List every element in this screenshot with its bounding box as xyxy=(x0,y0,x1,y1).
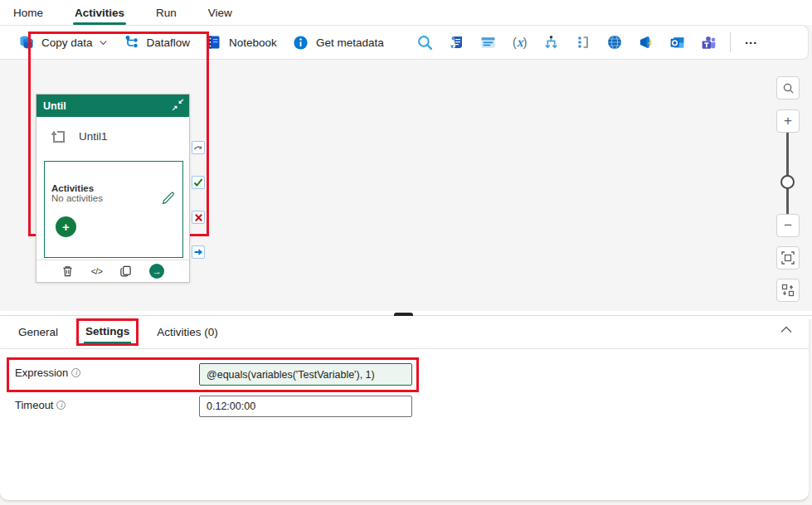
edit-activities-icon[interactable] xyxy=(161,192,175,206)
office365-outlook-button[interactable] xyxy=(665,31,690,54)
plus-icon: + xyxy=(62,220,70,234)
tab-general[interactable]: General xyxy=(17,323,60,342)
canvas-search-button[interactable] xyxy=(776,76,800,100)
auto-align-button[interactable] xyxy=(776,279,800,302)
script-icon xyxy=(449,34,465,51)
set-variable-button[interactable]: (x) xyxy=(508,31,532,54)
timeout-input[interactable] xyxy=(199,396,412,417)
port-on-completion[interactable] xyxy=(192,245,205,259)
x-icon xyxy=(194,213,203,222)
search-icon xyxy=(782,82,795,95)
timeout-label: Timeout xyxy=(15,399,53,411)
notebook-button[interactable]: Notebook xyxy=(197,29,284,56)
arrow-right-icon: → xyxy=(153,266,162,276)
expression-label: Expression xyxy=(15,367,68,379)
port-on-skip[interactable] xyxy=(192,141,205,154)
lookup-icon xyxy=(416,34,434,51)
zoom-slider-handle[interactable] xyxy=(780,175,795,189)
foreach-icon xyxy=(575,34,591,51)
tab-activities[interactable]: Activities (0) xyxy=(155,323,220,342)
until-activity-card[interactable]: Until ↙ ↗ Until1 Activities No activitie… xyxy=(36,94,190,283)
menu-item-view[interactable]: View xyxy=(207,3,234,22)
view-code-icon[interactable]: </> xyxy=(91,266,103,276)
set-variable-icon: (x) xyxy=(513,36,527,49)
switch-button[interactable] xyxy=(539,31,564,54)
toolbar-divider xyxy=(730,32,731,52)
lookup-button[interactable] xyxy=(413,31,438,54)
arrow-right-icon xyxy=(193,247,203,257)
fit-to-screen-icon xyxy=(781,251,795,265)
skip-arrow-icon xyxy=(193,143,203,153)
until-loop-icon xyxy=(48,126,68,146)
get-metadata-button[interactable]: Get metadata xyxy=(284,29,391,56)
fit-to-screen-button[interactable] xyxy=(776,246,800,269)
delete-activity-icon[interactable] xyxy=(61,265,74,278)
web-button[interactable] xyxy=(602,31,627,54)
menu-item-activities[interactable]: Activities xyxy=(73,3,126,22)
zoom-in-button[interactable]: + xyxy=(776,109,800,133)
more-commands-icon: ... xyxy=(745,36,758,50)
stored-procedure-icon xyxy=(479,34,497,51)
plus-icon: + xyxy=(784,113,792,129)
until-activity-title: Until xyxy=(43,100,66,112)
auto-align-icon xyxy=(781,284,795,297)
get-metadata-icon xyxy=(292,33,310,51)
add-activity-button[interactable]: + xyxy=(56,216,76,237)
collapse-icon[interactable]: ↙ ↗ xyxy=(171,98,184,111)
script-button[interactable] xyxy=(445,31,469,54)
switch-icon xyxy=(542,34,560,51)
foreach-button[interactable] xyxy=(571,31,596,54)
more-commands-button[interactable]: ... xyxy=(739,31,764,54)
web-icon xyxy=(606,34,623,51)
expression-input[interactable] xyxy=(199,363,412,386)
tab-settings[interactable]: Settings xyxy=(84,322,131,341)
get-metadata-label: Get metadata xyxy=(316,36,384,49)
until-activity-header: Until ↙ ↗ xyxy=(36,95,189,117)
expression-info-icon[interactable]: i xyxy=(71,368,80,377)
teams-button[interactable] xyxy=(697,31,722,54)
stored-procedure-button[interactable] xyxy=(476,31,501,54)
properties-panel: General Settings Activities (0) Expressi… xyxy=(0,316,809,500)
panel-tabs: General Settings Activities (0) xyxy=(0,316,809,349)
port-on-success[interactable] xyxy=(192,176,205,189)
collapse-panel-button[interactable] xyxy=(780,326,792,333)
settings-tab-highlight-annotation: Settings xyxy=(76,318,139,346)
menu-bar: Home Activities Run View xyxy=(0,0,812,25)
office365-outlook-icon xyxy=(669,34,686,51)
zoom-slider-track[interactable] xyxy=(786,133,789,215)
minus-icon: − xyxy=(784,217,792,234)
menu-item-run[interactable]: Run xyxy=(154,3,178,22)
azure-function-icon xyxy=(637,33,655,51)
teams-icon xyxy=(700,34,717,51)
go-to-activity-button[interactable]: → xyxy=(149,264,164,279)
checkmark-icon xyxy=(193,177,203,187)
activity-name: Until1 xyxy=(79,130,108,143)
activities-container: Activities No activities + xyxy=(44,161,183,258)
azure-function-button[interactable] xyxy=(634,31,659,54)
zoom-out-button[interactable]: − xyxy=(776,214,800,237)
pipeline-canvas[interactable]: Until ↙ ↗ Until1 Activities No activitie… xyxy=(0,60,812,311)
port-on-fail[interactable] xyxy=(192,211,205,224)
active-tab-underline xyxy=(84,342,131,344)
clone-activity-icon[interactable] xyxy=(119,265,132,278)
notebook-label: Notebook xyxy=(229,36,277,49)
pipeline-editor: Home Activities Run View Copy data xyxy=(0,0,812,505)
activity-footer-toolbar: </> → xyxy=(36,260,189,282)
timeout-info-icon[interactable]: i xyxy=(56,401,66,410)
menu-item-home[interactable]: Home xyxy=(12,3,45,22)
